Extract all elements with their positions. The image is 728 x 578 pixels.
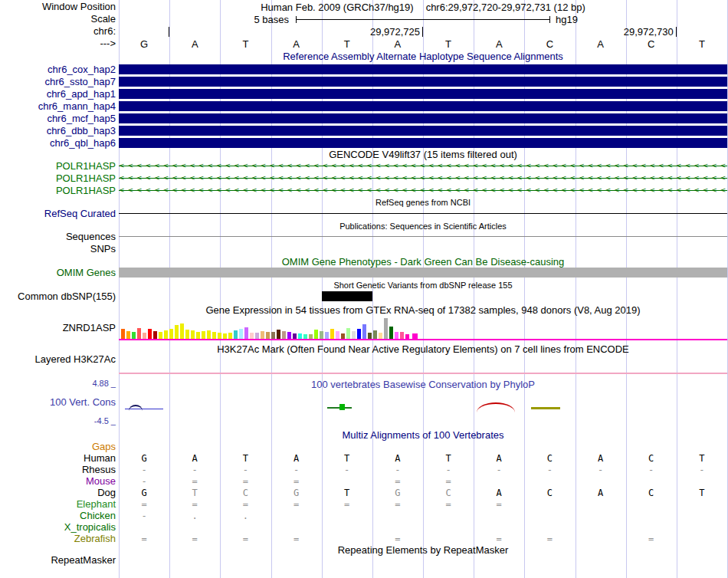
gtex-gene-label[interactable]: ZNRD1ASP: [0, 323, 116, 333]
species-label[interactable]: X_tropicalis: [0, 522, 116, 533]
expression-bar[interactable]: [277, 330, 280, 339]
expression-bar[interactable]: [239, 329, 243, 339]
expression-bar[interactable]: [228, 333, 232, 339]
species-label[interactable]: Mouse: [0, 476, 116, 487]
expression-bar[interactable]: [266, 332, 270, 339]
alignment-row[interactable]: ------------: [119, 465, 727, 475]
expression-bar[interactable]: [250, 333, 254, 339]
gene-arrow-track[interactable]: <<<<<<<<<<<<<<<<<<<<<<<<<<<<<<<<<<<<<<<<…: [119, 186, 727, 195]
expression-bar[interactable]: [255, 333, 259, 339]
expression-bar[interactable]: [169, 329, 173, 339]
sequences-label[interactable]: Sequences: [0, 232, 116, 242]
sequences-line[interactable]: [119, 236, 727, 237]
expression-bar[interactable]: [368, 333, 372, 339]
expression-bar[interactable]: [191, 330, 195, 339]
haplotype-bar[interactable]: [119, 113, 727, 123]
expression-bar[interactable]: [212, 332, 216, 339]
expression-bar[interactable]: [223, 333, 227, 339]
species-label[interactable]: Human: [0, 453, 116, 464]
haplotype-label[interactable]: chr6_cox_hap2: [0, 64, 116, 74]
expression-bar[interactable]: [121, 329, 125, 339]
species-label[interactable]: Gaps: [0, 442, 116, 452]
expression-bar[interactable]: [357, 329, 361, 339]
alignment-row[interactable]: ========: [119, 534, 727, 544]
expression-bar[interactable]: [379, 333, 382, 339]
expression-bar[interactable]: [202, 331, 205, 339]
strand-arrow-label[interactable]: --->: [0, 38, 116, 49]
expression-bar[interactable]: [400, 332, 404, 339]
expression-bar[interactable]: [234, 330, 238, 339]
alignment-row[interactable]: -=====: [119, 476, 727, 487]
gene-arrow-track[interactable]: <<<<<<<<<<<<<<<<<<<<<<<<<<<<<<<<<<<<<<<<…: [119, 173, 727, 183]
expression-bar[interactable]: [373, 330, 377, 339]
species-label[interactable]: Chicken: [0, 511, 116, 521]
dbsnp-label[interactable]: Common dbSNP(155): [0, 291, 116, 302]
expression-bar[interactable]: [244, 327, 248, 339]
conservation-mark[interactable]: [129, 405, 143, 411]
haplotype-bar[interactable]: [119, 126, 727, 136]
expression-bar[interactable]: [384, 318, 388, 339]
omim-label[interactable]: OMIM Genes: [0, 268, 116, 278]
haplotype-label[interactable]: chr6_apd_hap1: [0, 89, 116, 99]
expression-bar[interactable]: [325, 332, 329, 339]
refseq-gene-line[interactable]: [119, 213, 727, 214]
snps-label[interactable]: SNPs: [0, 244, 116, 255]
variant-bar[interactable]: [322, 291, 372, 301]
expression-bar[interactable]: [293, 333, 297, 339]
alignment-row[interactable]: GATATATACACT: [119, 453, 727, 464]
alignment-row[interactable]: ========: [119, 499, 727, 510]
expression-bar[interactable]: [261, 331, 264, 339]
alignment-row[interactable]: GTCGTGCACACT: [119, 488, 727, 498]
expression-bar[interactable]: [298, 333, 302, 339]
haplotype-bar[interactable]: [119, 64, 727, 74]
conservation-mark[interactable]: [477, 402, 515, 412]
position-range[interactable]: chr6:29,972,720-29,972,731 (12 bp): [426, 2, 585, 13]
repeatmasker-label[interactable]: RepeatMasker: [0, 555, 116, 566]
expression-bar[interactable]: [352, 331, 356, 339]
expression-bar[interactable]: [218, 333, 221, 339]
expression-bar[interactable]: [143, 333, 146, 339]
expression-bar[interactable]: [320, 331, 323, 339]
expression-bar[interactable]: [346, 328, 350, 339]
expression-bar[interactable]: [271, 332, 275, 339]
haplotype-label[interactable]: chr6_qbl_hap6: [0, 138, 116, 148]
expression-bar[interactable]: [362, 324, 366, 339]
expression-bar[interactable]: [314, 330, 318, 339]
expression-bar[interactable]: [389, 327, 393, 339]
conservation-mark[interactable]: [531, 407, 560, 409]
haplotype-bar[interactable]: [119, 101, 727, 111]
expression-bar[interactable]: [287, 332, 291, 339]
alignment-row[interactable]: -..: [119, 511, 727, 521]
expression-bar[interactable]: [330, 329, 334, 339]
gene-label[interactable]: POLR1HASP: [0, 186, 116, 195]
haplotype-label[interactable]: chr6_mcf_hap5: [0, 113, 116, 123]
expression-bar[interactable]: [196, 332, 200, 339]
expression-bar[interactable]: [336, 331, 339, 339]
omim-bar[interactable]: [119, 268, 727, 278]
expression-bar[interactable]: [185, 330, 189, 339]
species-label[interactable]: Elephant: [0, 499, 116, 510]
expression-bar[interactable]: [395, 332, 398, 339]
gene-arrow-track[interactable]: <<<<<<<<<<<<<<<<<<<<<<<<<<<<<<<<<<<<<<<<…: [119, 161, 727, 171]
haplotype-label[interactable]: chr6_mann_hap4: [0, 101, 116, 111]
expression-bar[interactable]: [164, 330, 168, 339]
refseq-curated-label[interactable]: RefSeq Curated: [0, 209, 116, 219]
alignment-row[interactable]: [119, 522, 727, 533]
expression-bar[interactable]: [153, 331, 157, 339]
expression-bar[interactable]: [282, 331, 286, 339]
expression-bar[interactable]: [341, 333, 345, 339]
expression-bar[interactable]: [180, 323, 184, 339]
gtex-gene-line[interactable]: [119, 339, 727, 340]
haplotype-bar[interactable]: [119, 77, 727, 87]
gene-marker[interactable]: [412, 333, 418, 339]
gene-label[interactable]: POLR1HASP: [0, 173, 116, 183]
haplotype-bar[interactable]: [119, 138, 727, 148]
species-label[interactable]: Zebrafish: [0, 534, 116, 544]
conservation-mark[interactable]: [339, 404, 345, 410]
gene-label[interactable]: POLR1HASP: [0, 161, 116, 171]
expression-bar[interactable]: [175, 325, 179, 339]
conservation-label[interactable]: 100 Vert. Cons: [0, 397, 116, 408]
alignment-row[interactable]: [119, 442, 727, 452]
species-label[interactable]: Rhesus: [0, 465, 116, 475]
haplotype-label[interactable]: chr6_dbb_hap3: [0, 126, 116, 136]
